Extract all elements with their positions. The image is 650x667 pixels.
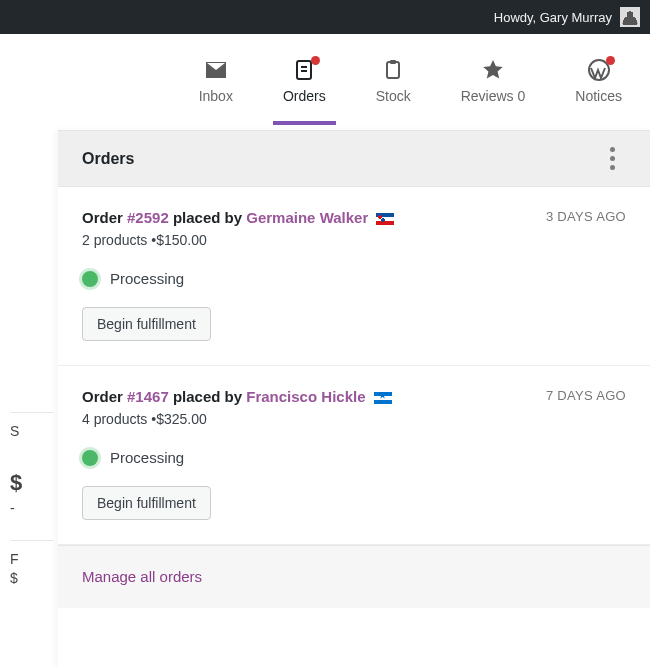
manage-all-orders-link[interactable]: Manage all orders bbox=[82, 568, 202, 585]
svg-rect-4 bbox=[390, 60, 396, 64]
star-icon bbox=[481, 58, 505, 82]
tab-reviews[interactable]: Reviews 0 bbox=[455, 52, 532, 124]
orders-panel: Orders 3 DAYS AGO Order #2592 placed by … bbox=[58, 130, 650, 667]
more-options-button[interactable] bbox=[598, 145, 626, 173]
order-meta: 2 products •$150.00 bbox=[82, 232, 626, 248]
bg-fragment: S bbox=[10, 412, 54, 439]
greeting-text[interactable]: Howdy, Gary Murray bbox=[494, 10, 612, 25]
order-card: 3 DAYS AGO Order #2592 placed by Germain… bbox=[58, 187, 650, 366]
tab-label: Notices bbox=[575, 88, 622, 104]
panel-header: Orders bbox=[58, 131, 650, 187]
placed-by-label: placed by bbox=[169, 388, 247, 405]
clipboard-icon bbox=[381, 58, 405, 82]
tab-label: Reviews 0 bbox=[461, 88, 526, 104]
dots-icon bbox=[610, 156, 615, 161]
background-content: S $ - F $ bbox=[0, 130, 58, 667]
panel-title: Orders bbox=[82, 150, 134, 168]
tab-stock[interactable]: Stock bbox=[370, 52, 417, 124]
bg-fragment: $ bbox=[10, 560, 54, 586]
envelope-icon bbox=[204, 58, 228, 82]
customer-link[interactable]: Francisco Hickle bbox=[246, 388, 365, 405]
order-status: Processing bbox=[82, 270, 626, 287]
avatar[interactable] bbox=[620, 7, 640, 27]
tab-inbox[interactable]: Inbox bbox=[193, 52, 239, 124]
tab-notices[interactable]: Notices bbox=[569, 52, 628, 124]
status-text: Processing bbox=[110, 270, 184, 287]
order-number-link[interactable]: #2592 bbox=[127, 209, 169, 226]
admin-topbar: Howdy, Gary Murray bbox=[0, 0, 650, 34]
status-dot-icon bbox=[82, 271, 98, 287]
order-number-link[interactable]: #1467 bbox=[127, 388, 169, 405]
order-age: 3 DAYS AGO bbox=[546, 209, 626, 224]
tab-label: Inbox bbox=[199, 88, 233, 104]
activity-tabs: Inbox Orders Stock Reviews 0 Notices bbox=[0, 34, 650, 130]
flag-icon bbox=[376, 213, 394, 225]
svg-rect-3 bbox=[387, 62, 399, 78]
flag-icon bbox=[374, 392, 392, 404]
order-prefix: Order bbox=[82, 209, 127, 226]
badge-dot-icon bbox=[311, 56, 320, 65]
badge-dot-icon bbox=[606, 56, 615, 65]
begin-fulfillment-button[interactable]: Begin fulfillment bbox=[82, 307, 211, 341]
bg-fragment: - bbox=[10, 490, 54, 516]
order-prefix: Order bbox=[82, 388, 127, 405]
tab-label: Stock bbox=[376, 88, 411, 104]
status-dot-icon bbox=[82, 450, 98, 466]
order-heading: Order #2592 placed by Germaine Walker bbox=[82, 209, 626, 226]
status-text: Processing bbox=[110, 449, 184, 466]
order-card: 7 DAYS AGO Order #1467 placed by Francis… bbox=[58, 366, 650, 545]
begin-fulfillment-button[interactable]: Begin fulfillment bbox=[82, 486, 211, 520]
order-meta: 4 products •$325.00 bbox=[82, 411, 626, 427]
order-status: Processing bbox=[82, 449, 626, 466]
customer-link[interactable]: Germaine Walker bbox=[246, 209, 368, 226]
order-heading: Order #1467 placed by Francisco Hickle bbox=[82, 388, 626, 405]
dots-icon bbox=[610, 147, 615, 152]
order-age: 7 DAYS AGO bbox=[546, 388, 626, 403]
placed-by-label: placed by bbox=[169, 209, 247, 226]
panel-footer: Manage all orders bbox=[58, 545, 650, 608]
tab-label: Orders bbox=[283, 88, 326, 104]
tab-orders[interactable]: Orders bbox=[277, 52, 332, 124]
dots-icon bbox=[610, 165, 615, 170]
